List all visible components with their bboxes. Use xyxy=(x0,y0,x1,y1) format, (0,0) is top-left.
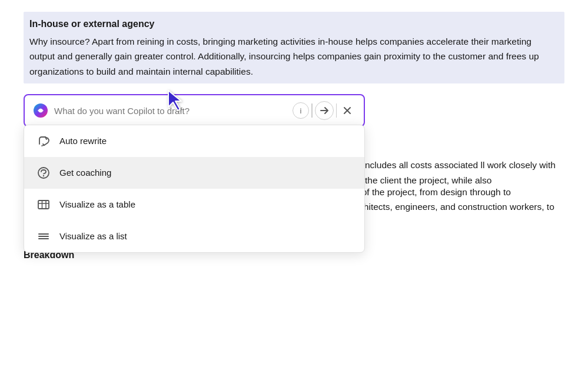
highlighted-section: In-house or external agency Why insource… xyxy=(24,12,564,83)
background-text-partial: ncludes all costs associated ll work clo… xyxy=(365,158,570,188)
dropdown-item-visualize-list[interactable]: Visualize as a list xyxy=(24,220,364,252)
list-icon xyxy=(36,229,51,244)
copilot-dropdown: Auto rewrite Get coaching xyxy=(24,125,365,253)
svg-point-4 xyxy=(38,168,49,178)
dropdown-item-get-coaching[interactable]: Get coaching xyxy=(24,157,364,189)
visualize-table-label: Visualize as a table xyxy=(59,198,135,212)
section1-paragraph: Why insource? Apart from reining in cost… xyxy=(29,34,559,79)
auto-rewrite-icon xyxy=(36,133,51,149)
svg-rect-6 xyxy=(38,200,49,209)
svg-point-1 xyxy=(39,109,42,112)
coaching-label: Get coaching xyxy=(59,166,111,180)
table-icon xyxy=(36,197,51,212)
visualize-list-label: Visualize as a list xyxy=(59,229,127,243)
info-icon-button[interactable]: i xyxy=(293,102,309,119)
coaching-icon xyxy=(36,165,51,181)
send-icon xyxy=(320,106,329,115)
send-button[interactable] xyxy=(315,101,334,120)
copilot-logo xyxy=(33,103,48,118)
close-icon xyxy=(343,106,351,115)
copilot-input-bar[interactable]: i xyxy=(24,94,365,127)
dropdown-item-auto-rewrite[interactable]: Auto rewrite xyxy=(24,125,364,157)
auto-rewrite-label: Auto rewrite xyxy=(59,134,107,148)
section1-heading: In-house or external agency xyxy=(29,16,559,32)
info-icon: i xyxy=(300,106,302,115)
input-divider xyxy=(311,103,313,118)
input-divider2 xyxy=(336,103,337,118)
close-button[interactable] xyxy=(339,102,356,119)
copilot-text-input[interactable] xyxy=(54,106,293,116)
dropdown-item-visualize-table[interactable]: Visualize as a table xyxy=(24,189,364,220)
svg-point-5 xyxy=(43,175,44,176)
